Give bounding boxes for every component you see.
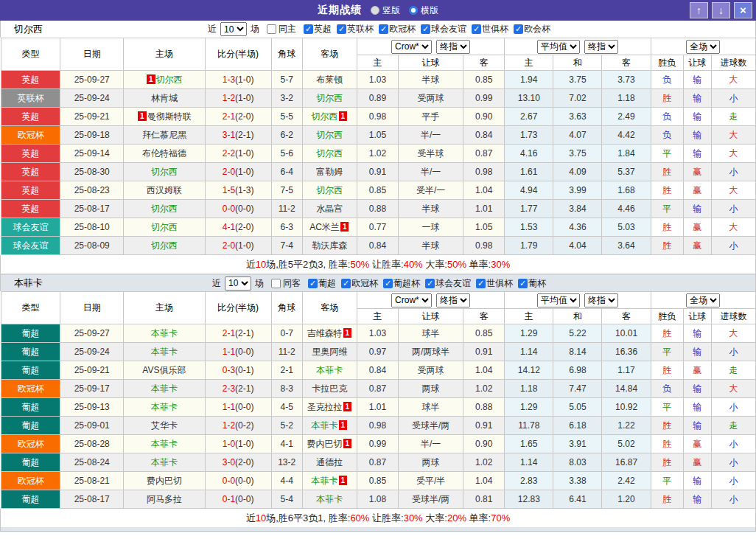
league-checkbox[interactable]: ✓ [472, 24, 481, 34]
handicap-result-cell: 输 [683, 145, 711, 163]
layout-radio-vertical[interactable]: 竖版 [371, 4, 400, 17]
move-up-button[interactable]: ↑ [690, 2, 708, 18]
column-header: 类型 [1, 38, 60, 71]
avg-draw-cell: 4.04 [553, 237, 602, 255]
league-checkbox[interactable]: ✓ [514, 24, 523, 34]
avg-home-cell: 4.94 [505, 181, 553, 200]
recent-results-panel: 近期战绩 竖版 横版 ↑ ↓ × 切尔西 近 10 场 同主 ✓英超✓英联杯✓欧… [0, 0, 756, 532]
odds-handicap-cell: 受平/半 [398, 472, 463, 490]
sub-column-header: 主 [357, 55, 398, 71]
same-side-checkbox[interactable] [271, 279, 281, 288]
radio-label: 竖版 [382, 4, 400, 17]
handicap-result-cell: 输 [683, 71, 711, 89]
summary-text: 场,胜5平2负3, 胜率: [266, 259, 350, 270]
team-name: 本菲卡 [312, 420, 338, 431]
close-button[interactable]: × [734, 2, 752, 18]
league-checkbox[interactable]: ✓ [337, 24, 346, 34]
full-time-score: 1-1 [223, 402, 235, 412]
goals-result-cell: 小 [711, 490, 755, 509]
half-time-score: (1-0) [235, 167, 253, 177]
handicap-result-cell: 赢 [683, 453, 711, 472]
league-type-badge: 英超 [1, 181, 60, 200]
odds-home-cell: 0.98 [357, 417, 398, 435]
team-name-label: 本菲卡 [14, 277, 43, 290]
league-checkbox[interactable]: ✓ [379, 24, 388, 34]
avg-draw-cell: 3.75 [553, 145, 602, 163]
league-checkbox-label: 英超 [314, 23, 332, 35]
league-checkbox[interactable]: ✓ [383, 279, 393, 288]
full-time-score: 2-0 [223, 240, 235, 251]
odds-company-select[interactable]: Crow* [391, 293, 432, 307]
team-name: 吉维森特 [307, 328, 343, 338]
avg-away-cell: 3.64 [602, 237, 651, 255]
corner-cell: 11-2 [271, 343, 302, 361]
avg-away-cell: 16.87 [602, 453, 651, 472]
date-cell: 25-09-24 [60, 89, 124, 108]
avg-company-select[interactable]: 平均值 [537, 40, 580, 54]
avg-draw-cell: 8.03 [553, 453, 602, 472]
team-name: 曼彻斯特联 [147, 111, 192, 122]
team-name: 通德拉 [316, 457, 343, 467]
home-team-cell: 艾华卡 [124, 417, 205, 435]
table-row: 英超25-08-23西汉姆联1-5(1-3)7-5切尔西0.85受半/一1.04… [1, 181, 756, 200]
summary-text: 单率: [466, 259, 491, 270]
goals-result-cell: 小 [711, 398, 755, 417]
home-team-cell: 1切尔西 [124, 71, 205, 89]
avg-draw-cell: 7.02 [553, 89, 602, 108]
date-cell: 25-09-27 [60, 324, 124, 343]
table-row: 欧冠杯25-08-21费内巴切0-0(0-0)4-4本菲卡10.85受平/半1.… [1, 472, 756, 490]
summary-text: 40% [404, 259, 423, 270]
league-checkbox[interactable]: ✓ [341, 279, 351, 288]
avg-company-select[interactable]: 平均值 [537, 293, 580, 307]
corner-cell: 5-7 [271, 71, 302, 89]
avg-draw-cell: 5.22 [553, 324, 602, 343]
team-name: 切尔西 [151, 167, 178, 177]
team-name: 本菲卡 [151, 457, 178, 467]
win-loss-result-cell: 负 [651, 71, 683, 89]
league-checkbox[interactable]: ✓ [476, 279, 486, 288]
summary-text: 单率: [466, 512, 491, 524]
avg-away-cell: 4.46 [602, 200, 651, 218]
league-type-badge: 葡超 [1, 398, 60, 417]
move-down-button[interactable]: ↓ [712, 2, 730, 18]
team-name: 切尔西 [151, 204, 178, 214]
league-checkbox[interactable]: ✓ [421, 24, 430, 34]
league-checkbox[interactable]: ✓ [518, 279, 528, 288]
score-cell: 1-5(1-3) [205, 181, 271, 200]
league-checkbox[interactable]: ✓ [304, 24, 313, 34]
recent-count-select[interactable]: 10 [220, 22, 247, 36]
full-court-select[interactable]: 全场 [686, 293, 720, 307]
odds-away-cell: 0.85 [463, 71, 505, 89]
full-court-select[interactable]: 全场 [686, 40, 720, 54]
date-cell: 25-08-21 [60, 472, 124, 490]
away-team-cell: 圣克拉拉1 [302, 398, 357, 417]
avg-home-cell: 12.83 [505, 490, 553, 509]
team-name: 切尔西 [151, 222, 178, 232]
league-checkbox[interactable]: ✓ [308, 279, 318, 288]
odds-home-cell: 0.91 [357, 163, 398, 181]
odds-final-select[interactable]: 终指 [436, 293, 470, 307]
odds-home-cell: 1.03 [357, 71, 398, 89]
odds-home-cell: 0.87 [357, 380, 398, 398]
odds-company-select[interactable]: Crow* [391, 40, 432, 54]
corner-cell: 4-1 [271, 435, 302, 453]
full-time-score: 0-1 [223, 494, 235, 504]
avg-draw-cell: 4.07 [553, 126, 602, 145]
team-name: 切尔西 [316, 130, 343, 140]
date-cell: 25-09-27 [60, 71, 124, 89]
table-row: 葡超25-09-27本菲卡2-1(2-1)0-7吉维森特11.03球半0.851… [1, 324, 756, 343]
sub-column-header: 让球 [398, 309, 463, 324]
team-name: 费内巴切 [307, 439, 343, 449]
odds-final-select[interactable]: 终指 [436, 40, 470, 54]
avg-final-select[interactable]: 终指 [584, 293, 618, 307]
avg-away-cell: 5.02 [602, 435, 651, 453]
full-time-score: 1-0 [223, 439, 235, 449]
avg-final-select[interactable]: 终指 [584, 40, 618, 54]
team-name: 切尔西 [151, 240, 178, 251]
goals-result-cell: 走 [711, 417, 755, 435]
same-side-checkbox[interactable] [267, 24, 276, 34]
layout-radio-horizontal[interactable]: 横版 [409, 4, 438, 17]
league-checkbox[interactable]: ✓ [425, 279, 435, 288]
table-row: 葡超25-09-01艾华卡1-2(0-2)5-2本菲卡10.98受球半/两0.9… [1, 417, 756, 435]
recent-count-select[interactable]: 10 [225, 277, 251, 291]
